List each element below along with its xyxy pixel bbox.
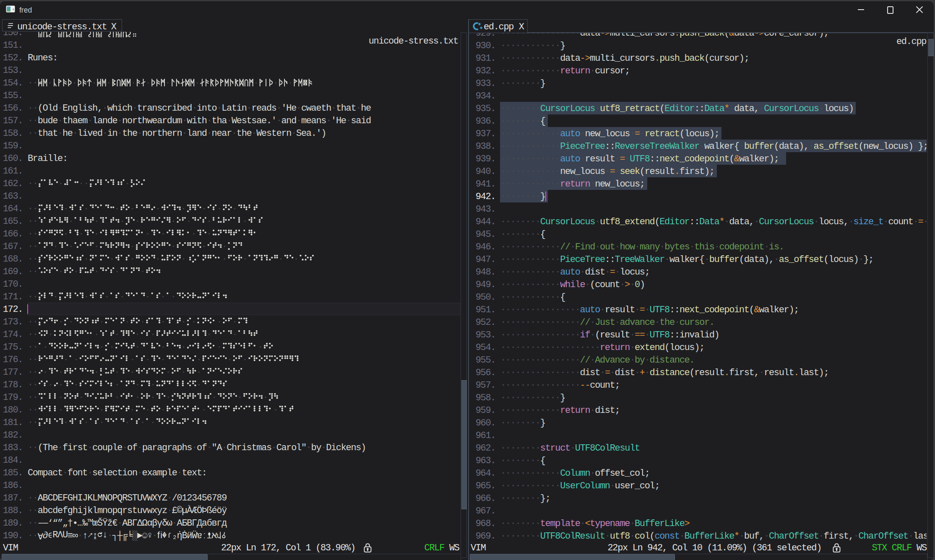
svg-text:?: ?: [163, 533, 166, 537]
